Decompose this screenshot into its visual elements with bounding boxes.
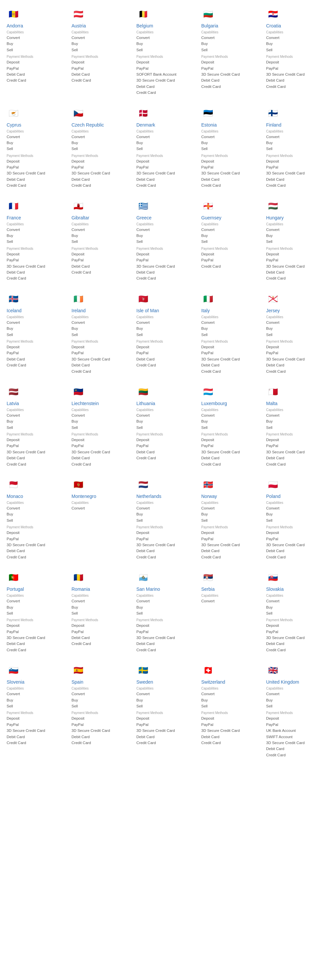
payment-item: Debit Card [201, 77, 259, 83]
capability-item: Convert [201, 227, 259, 232]
payment-item: Debit Card [266, 548, 325, 554]
capability-item: Convert [136, 412, 195, 418]
capabilities-label: Capabilities [136, 129, 195, 133]
capability-item: Sell [72, 332, 130, 338]
country-card: 🇭🇷CroatiaCapabilitiesConvertBuySellPayme… [263, 3, 328, 102]
payment-methods-label: Payment Methods [72, 247, 130, 250]
capability-item: Buy [266, 232, 325, 239]
country-name: Jersey [266, 308, 325, 313]
country-name: Guernsey [201, 215, 259, 220]
country-card: 🇱🇻LatviaCapabilitiesConvertBuySellPaymen… [3, 381, 68, 474]
country-flag: 🇧🇪 [136, 7, 150, 21]
country-flag: 🇳🇱 [136, 478, 150, 492]
payment-item: Debit Card [266, 746, 325, 752]
capability-item: Convert [72, 35, 130, 41]
payment-item: Credit Card [72, 77, 130, 83]
capability-item: Sell [72, 610, 130, 616]
capability-item: Sell [6, 703, 65, 709]
capabilities-label: Capabilities [6, 315, 65, 319]
payment-methods-label: Payment Methods [6, 525, 65, 529]
country-flag: 🇱🇺 [201, 385, 215, 399]
payment-methods-label: Payment Methods [72, 433, 130, 436]
payment-item: Debit Card [6, 734, 65, 740]
payment-item: PayPal [72, 443, 130, 449]
country-flag: 🇸🇪 [136, 663, 150, 677]
payment-item: Credit Card [136, 647, 195, 653]
capability-item: Convert [72, 691, 130, 697]
payment-item: Credit Card [266, 84, 325, 89]
payment-item: PayPal [136, 257, 195, 263]
payment-item: Credit Card [6, 740, 65, 746]
country-name: Austria [72, 23, 130, 29]
payment-item: Credit Card [72, 740, 130, 746]
country-flag: 🇮🇹 [201, 292, 215, 306]
capability-item: Buy [136, 140, 195, 146]
payment-methods-label: Payment Methods [136, 618, 195, 622]
payment-item: Deposit [266, 622, 325, 628]
payment-item: PayPal [266, 536, 325, 542]
payment-item: 3D Secure Credit Card [201, 356, 259, 362]
payment-item: SWIFT Account [266, 734, 325, 740]
payment-item: Deposit [201, 437, 259, 443]
country-name: Lithuania [136, 401, 195, 406]
country-card: 🇱🇮LiechtensteinCapabilitiesConvertBuySel… [68, 381, 133, 474]
capability-item: Buy [201, 511, 259, 517]
capability-item: Sell [6, 332, 65, 338]
country-card: 🇨🇭SwitzerlandCapabilitiesConvertBuySellP… [198, 660, 263, 765]
payment-item: Debit Card [201, 455, 259, 461]
payment-item: PayPal [72, 257, 130, 263]
payment-item: PayPal [72, 164, 130, 170]
country-flag: 🇪🇪 [201, 107, 215, 120]
payment-item: PayPal [201, 443, 259, 449]
capability-item: Sell [266, 517, 325, 523]
capability-item: Buy [266, 511, 325, 517]
country-card: 🇬🇷GreeceCapabilitiesConvertBuySellPaymen… [133, 195, 198, 288]
country-flag: 🇦🇩 [6, 7, 21, 21]
country-name: Belgium [136, 23, 195, 29]
capabilities-label: Capabilities [72, 501, 130, 504]
payment-item: PayPal [6, 443, 65, 449]
country-name: Luxembourg [201, 401, 259, 406]
capability-item: Convert [6, 227, 65, 232]
capabilities-label: Capabilities [201, 687, 259, 690]
payment-methods-label: Payment Methods [201, 340, 259, 343]
payment-methods-label: Payment Methods [201, 711, 259, 715]
country-name: Latvia [6, 401, 65, 406]
country-flag: 🇫🇮 [266, 107, 280, 120]
payment-item: 3D Secure Credit Card [6, 170, 65, 176]
payment-item: PayPal [6, 722, 65, 727]
payment-methods-label: Payment Methods [266, 154, 325, 158]
country-card: 🇮🇹ItalyCapabilitiesConvertBuySellPayment… [198, 288, 263, 381]
payment-methods-label: Payment Methods [72, 154, 130, 158]
payment-methods-label: Payment Methods [6, 154, 65, 158]
capability-item: Buy [72, 325, 130, 331]
country-flag: 🇬🇬 [201, 199, 215, 213]
capabilities-label: Capabilities [266, 223, 325, 226]
country-name: Gibraltar [72, 215, 130, 220]
payment-item: Deposit [266, 530, 325, 536]
payment-item: Debit Card [72, 635, 130, 641]
payment-item: Credit Card [266, 368, 325, 374]
capability-item: Sell [136, 239, 195, 245]
payment-methods-label: Payment Methods [136, 711, 195, 715]
payment-item: Credit Card [136, 554, 195, 560]
capability-item: Sell [72, 703, 130, 709]
payment-item: PayPal [72, 629, 130, 635]
country-card: 🇵🇱PolandCapabilitiesConvertBuySellPaymen… [263, 474, 328, 566]
country-flag: 🇨🇾 [6, 107, 21, 120]
capability-item: Sell [6, 610, 65, 616]
capabilities-label: Capabilities [72, 315, 130, 319]
payment-item: Credit Card [266, 752, 325, 758]
payment-item: Credit Card [72, 182, 130, 188]
capabilities-label: Capabilities [6, 408, 65, 412]
country-card: 🇦🇹AustriaCapabilitiesConvertBuySellPayme… [68, 3, 133, 102]
payment-item: 3D Secure Credit Card [201, 727, 259, 733]
payment-item: PayPal [6, 350, 65, 356]
payment-methods-label: Payment Methods [136, 340, 195, 343]
capability-item: Sell [201, 47, 259, 53]
payment-methods-label: Payment Methods [201, 247, 259, 250]
payment-item: Deposit [136, 344, 195, 350]
payment-item: SOFORT Bank Account [136, 72, 195, 77]
country-name: Denmark [136, 122, 195, 127]
capability-item: Sell [201, 239, 259, 245]
